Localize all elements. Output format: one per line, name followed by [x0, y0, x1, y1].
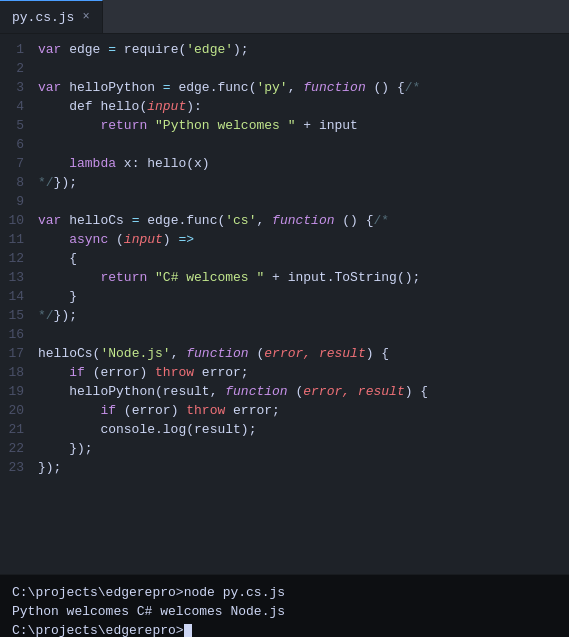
line-number: 5 — [0, 116, 38, 135]
token-plain: }); — [38, 460, 61, 475]
code-line: 11 async (input) => — [0, 230, 569, 249]
token-plain: helloPython — [61, 80, 162, 95]
line-content: var edge = require('edge'); — [38, 40, 249, 59]
line-number: 14 — [0, 287, 38, 306]
token-str: "C# welcomes " — [155, 270, 264, 285]
token-param: error, result — [264, 346, 365, 361]
token-plain: helloCs — [61, 213, 131, 228]
line-content: return "C# welcomes " + input.ToString()… — [38, 268, 420, 287]
token-plain — [147, 118, 155, 133]
token-plain: }); — [54, 175, 77, 190]
code-line: 21 console.log(result); — [0, 420, 569, 439]
line-number: 11 — [0, 230, 38, 249]
token-op: = — [108, 42, 116, 57]
code-line: 20 if (error) throw error; — [0, 401, 569, 420]
token-plain: , — [288, 80, 304, 95]
code-line: 2 — [0, 59, 569, 78]
token-op: = — [163, 80, 171, 95]
token-plain: edge — [61, 42, 108, 57]
token-plain — [38, 118, 100, 133]
token-plain: , — [256, 213, 272, 228]
token-plain: (error) — [116, 403, 186, 418]
line-number: 15 — [0, 306, 38, 325]
line-number: 19 — [0, 382, 38, 401]
token-plain: }); — [54, 308, 77, 323]
terminal-line: C:\projects\edgerepro>node py.cs.js — [12, 583, 557, 602]
tab-py-cs-js[interactable]: py.cs.js × — [0, 0, 103, 33]
line-number: 3 — [0, 78, 38, 97]
line-number: 18 — [0, 363, 38, 382]
code-editor: 1var edge = require('edge');23var helloP… — [0, 34, 569, 574]
tab-close-button[interactable]: × — [82, 10, 89, 24]
token-plain: ( — [108, 232, 124, 247]
code-line: 17helloCs('Node.js', function (error, re… — [0, 344, 569, 363]
token-param: input — [147, 99, 186, 114]
token-plain: console.log(result); — [38, 422, 256, 437]
code-line: 9 — [0, 192, 569, 211]
token-comment: /* — [405, 80, 421, 95]
token-str: 'cs' — [225, 213, 256, 228]
token-plain: edge.func( — [139, 213, 225, 228]
code-line: 3var helloPython = edge.func('py', funct… — [0, 78, 569, 97]
code-line: 15*/}); — [0, 306, 569, 325]
code-line: 14 } — [0, 287, 569, 306]
line-content: helloPython(result, function (error, res… — [38, 382, 428, 401]
token-italic-kw: function — [225, 384, 287, 399]
token-plain: () { — [366, 80, 405, 95]
terminal-line: Python welcomes C# welcomes Node.js — [12, 602, 557, 621]
token-plain — [147, 270, 155, 285]
line-content: console.log(result); — [38, 420, 256, 439]
token-str: "Python welcomes " — [155, 118, 295, 133]
line-content: async (input) => — [38, 230, 194, 249]
line-content: lambda x: hello(x) — [38, 154, 210, 173]
token-plain — [38, 403, 100, 418]
token-italic-kw: function — [186, 346, 248, 361]
token-plain: def hello( — [38, 99, 147, 114]
token-plain: }); — [38, 441, 93, 456]
line-content: return "Python welcomes " + input — [38, 116, 358, 135]
token-comment: /* — [374, 213, 390, 228]
token-plain: , — [171, 346, 187, 361]
token-throw-kw: throw — [186, 403, 225, 418]
code-line: 18 if (error) throw error; — [0, 363, 569, 382]
token-plain: ): — [186, 99, 202, 114]
token-plain: ); — [233, 42, 249, 57]
token-plain — [38, 365, 69, 380]
line-number: 6 — [0, 135, 38, 154]
code-line: 22 }); — [0, 439, 569, 458]
token-kw: return — [100, 118, 147, 133]
line-number: 1 — [0, 40, 38, 59]
line-number: 21 — [0, 420, 38, 439]
line-number: 20 — [0, 401, 38, 420]
token-plain — [38, 156, 69, 171]
token-plain: helloCs( — [38, 346, 100, 361]
code-line: 19 helloPython(result, function (error, … — [0, 382, 569, 401]
token-plain — [38, 232, 69, 247]
line-number: 8 — [0, 173, 38, 192]
token-plain: + input.ToString(); — [264, 270, 420, 285]
token-plain: x: hello(x) — [116, 156, 210, 171]
token-plain: { — [38, 251, 77, 266]
code-line: 5 return "Python welcomes " + input — [0, 116, 569, 135]
token-plain: } — [38, 289, 77, 304]
line-number: 9 — [0, 192, 38, 211]
token-comment: */ — [38, 175, 54, 190]
code-line: 1var edge = require('edge'); — [0, 40, 569, 59]
line-content: } — [38, 287, 77, 306]
token-kw: var — [38, 80, 61, 95]
token-param: error, result — [303, 384, 404, 399]
line-number: 10 — [0, 211, 38, 230]
line-number: 13 — [0, 268, 38, 287]
token-plain: ( — [249, 346, 265, 361]
line-content: var helloPython = edge.func('py', functi… — [38, 78, 420, 97]
line-content: if (error) throw error; — [38, 363, 249, 382]
code-line: 16 — [0, 325, 569, 344]
line-content: }); — [38, 458, 61, 477]
terminal-line: C:\projects\edgerepro> — [12, 621, 557, 637]
token-comment: */ — [38, 308, 54, 323]
code-line: 23}); — [0, 458, 569, 477]
token-str: 'py' — [256, 80, 287, 95]
token-str: 'Node.js' — [100, 346, 170, 361]
token-plain: require( — [116, 42, 186, 57]
line-content: if (error) throw error; — [38, 401, 280, 420]
